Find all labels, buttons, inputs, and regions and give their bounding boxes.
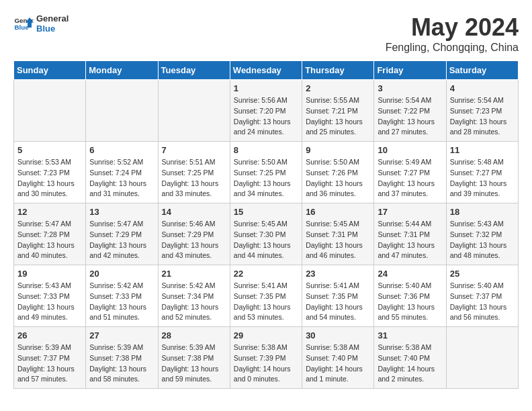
calendar-subtitle: Fengling, Chongqing, China xyxy=(386,42,519,54)
calendar-cell: 7Sunrise: 5:51 AMSunset: 7:25 PMDaylight… xyxy=(158,142,230,203)
day-number: 31 xyxy=(378,330,442,340)
logo-blue: Blue xyxy=(36,24,69,34)
day-number: 17 xyxy=(378,207,442,217)
day-number: 22 xyxy=(234,269,298,279)
day-number: 13 xyxy=(89,207,154,217)
day-detail: Sunrise: 5:47 AMSunset: 7:29 PMDaylight:… xyxy=(89,219,154,261)
col-monday: Monday xyxy=(86,61,158,80)
day-number: 28 xyxy=(162,330,226,340)
calendar-cell: 6Sunrise: 5:52 AMSunset: 7:24 PMDaylight… xyxy=(86,142,158,203)
calendar-cell xyxy=(14,80,86,142)
calendar-cell: 12Sunrise: 5:47 AMSunset: 7:28 PMDayligh… xyxy=(14,203,86,265)
calendar-cell: 10Sunrise: 5:49 AMSunset: 7:27 PMDayligh… xyxy=(374,142,446,203)
calendar-cell: 26Sunrise: 5:39 AMSunset: 7:37 PMDayligh… xyxy=(14,327,86,389)
day-number: 30 xyxy=(306,330,370,340)
col-tuesday: Tuesday xyxy=(158,61,230,80)
calendar-week-row: 19Sunrise: 5:43 AMSunset: 7:33 PMDayligh… xyxy=(14,265,519,327)
day-detail: Sunrise: 5:41 AMSunset: 7:35 PMDaylight:… xyxy=(234,281,298,323)
col-friday: Friday xyxy=(374,61,446,80)
day-number: 20 xyxy=(89,269,154,279)
day-detail: Sunrise: 5:56 AMSunset: 7:20 PMDaylight:… xyxy=(234,95,298,138)
day-detail: Sunrise: 5:54 AMSunset: 7:22 PMDaylight:… xyxy=(378,95,442,138)
day-detail: Sunrise: 5:55 AMSunset: 7:21 PMDaylight:… xyxy=(306,95,370,138)
calendar-cell: 27Sunrise: 5:39 AMSunset: 7:38 PMDayligh… xyxy=(86,327,158,389)
day-number: 8 xyxy=(234,145,298,155)
day-detail: Sunrise: 5:38 AMSunset: 7:39 PMDaylight:… xyxy=(234,342,298,385)
calendar-cell: 2Sunrise: 5:55 AMSunset: 7:21 PMDaylight… xyxy=(302,80,374,142)
col-saturday: Saturday xyxy=(446,61,518,80)
day-detail: Sunrise: 5:48 AMSunset: 7:27 PMDaylight:… xyxy=(450,157,515,199)
day-detail: Sunrise: 5:50 AMSunset: 7:26 PMDaylight:… xyxy=(306,157,370,199)
day-detail: Sunrise: 5:51 AMSunset: 7:25 PMDaylight:… xyxy=(162,157,226,199)
col-wednesday: Wednesday xyxy=(230,61,302,80)
day-number: 5 xyxy=(17,145,82,155)
day-number: 10 xyxy=(378,145,442,155)
day-detail: Sunrise: 5:52 AMSunset: 7:24 PMDaylight:… xyxy=(89,157,154,199)
calendar-cell: 17Sunrise: 5:44 AMSunset: 7:31 PMDayligh… xyxy=(374,203,446,265)
day-detail: Sunrise: 5:53 AMSunset: 7:23 PMDaylight:… xyxy=(17,157,82,199)
day-detail: Sunrise: 5:46 AMSunset: 7:29 PMDaylight:… xyxy=(162,219,226,261)
day-detail: Sunrise: 5:39 AMSunset: 7:38 PMDaylight:… xyxy=(162,342,226,385)
day-detail: Sunrise: 5:54 AMSunset: 7:23 PMDaylight:… xyxy=(450,95,515,138)
day-number: 11 xyxy=(450,145,515,155)
day-number: 25 xyxy=(450,269,515,279)
day-detail: Sunrise: 5:41 AMSunset: 7:35 PMDaylight:… xyxy=(306,281,370,323)
calendar-header-row: Sunday Monday Tuesday Wednesday Thursday… xyxy=(14,61,519,80)
calendar-cell: 21Sunrise: 5:42 AMSunset: 7:34 PMDayligh… xyxy=(158,265,230,327)
calendar-cell: 24Sunrise: 5:40 AMSunset: 7:36 PMDayligh… xyxy=(374,265,446,327)
logo-general: General xyxy=(36,13,69,24)
day-number: 3 xyxy=(378,83,442,93)
day-number: 9 xyxy=(306,145,370,155)
calendar-cell: 15Sunrise: 5:45 AMSunset: 7:30 PMDayligh… xyxy=(230,203,302,265)
day-number: 4 xyxy=(450,83,515,93)
svg-text:Blue: Blue xyxy=(15,24,30,31)
calendar-cell: 14Sunrise: 5:46 AMSunset: 7:29 PMDayligh… xyxy=(158,203,230,265)
day-detail: Sunrise: 5:43 AMSunset: 7:33 PMDaylight:… xyxy=(17,281,82,323)
day-number: 16 xyxy=(306,207,370,217)
day-number: 18 xyxy=(450,207,515,217)
calendar-cell: 3Sunrise: 5:54 AMSunset: 7:22 PMDaylight… xyxy=(374,80,446,142)
day-number: 29 xyxy=(234,330,298,340)
day-number: 14 xyxy=(162,207,226,217)
calendar-table: Sunday Monday Tuesday Wednesday Thursday… xyxy=(13,60,519,389)
day-number: 7 xyxy=(162,145,226,155)
calendar-cell: 18Sunrise: 5:43 AMSunset: 7:32 PMDayligh… xyxy=(446,203,518,265)
day-detail: Sunrise: 5:38 AMSunset: 7:40 PMDaylight:… xyxy=(378,342,442,385)
calendar-week-row: 1Sunrise: 5:56 AMSunset: 7:20 PMDaylight… xyxy=(14,80,519,142)
title-block: May 2024 Fengling, Chongqing, China xyxy=(386,13,519,54)
calendar-cell: 31Sunrise: 5:38 AMSunset: 7:40 PMDayligh… xyxy=(374,327,446,389)
day-number: 24 xyxy=(378,269,442,279)
calendar-cell: 25Sunrise: 5:40 AMSunset: 7:37 PMDayligh… xyxy=(446,265,518,327)
calendar-cell: 1Sunrise: 5:56 AMSunset: 7:20 PMDaylight… xyxy=(230,80,302,142)
day-detail: Sunrise: 5:42 AMSunset: 7:34 PMDaylight:… xyxy=(162,281,226,323)
day-number: 15 xyxy=(234,207,298,217)
day-number: 26 xyxy=(17,330,82,340)
day-detail: Sunrise: 5:50 AMSunset: 7:25 PMDaylight:… xyxy=(234,157,298,199)
day-detail: Sunrise: 5:45 AMSunset: 7:31 PMDaylight:… xyxy=(306,219,370,261)
day-detail: Sunrise: 5:49 AMSunset: 7:27 PMDaylight:… xyxy=(378,157,442,199)
col-thursday: Thursday xyxy=(302,61,374,80)
calendar-cell: 11Sunrise: 5:48 AMSunset: 7:27 PMDayligh… xyxy=(446,142,518,203)
calendar-cell: 16Sunrise: 5:45 AMSunset: 7:31 PMDayligh… xyxy=(302,203,374,265)
calendar-cell: 20Sunrise: 5:42 AMSunset: 7:33 PMDayligh… xyxy=(86,265,158,327)
calendar-cell: 8Sunrise: 5:50 AMSunset: 7:25 PMDaylight… xyxy=(230,142,302,203)
logo-icon: General Blue xyxy=(13,13,34,34)
calendar-week-row: 26Sunrise: 5:39 AMSunset: 7:37 PMDayligh… xyxy=(14,327,519,389)
day-detail: Sunrise: 5:45 AMSunset: 7:30 PMDaylight:… xyxy=(234,219,298,261)
day-number: 21 xyxy=(162,269,226,279)
calendar-week-row: 12Sunrise: 5:47 AMSunset: 7:28 PMDayligh… xyxy=(14,203,519,265)
calendar-title: May 2024 xyxy=(386,13,519,42)
calendar-cell xyxy=(446,327,518,389)
day-detail: Sunrise: 5:47 AMSunset: 7:28 PMDaylight:… xyxy=(17,219,82,261)
day-detail: Sunrise: 5:39 AMSunset: 7:37 PMDaylight:… xyxy=(17,342,82,385)
day-number: 19 xyxy=(17,269,82,279)
calendar-week-row: 5Sunrise: 5:53 AMSunset: 7:23 PMDaylight… xyxy=(14,142,519,203)
calendar-cell: 9Sunrise: 5:50 AMSunset: 7:26 PMDaylight… xyxy=(302,142,374,203)
calendar-cell: 4Sunrise: 5:54 AMSunset: 7:23 PMDaylight… xyxy=(446,80,518,142)
logo: General Blue General Blue xyxy=(13,13,69,34)
day-number: 2 xyxy=(306,83,370,93)
calendar-cell: 30Sunrise: 5:38 AMSunset: 7:40 PMDayligh… xyxy=(302,327,374,389)
day-number: 12 xyxy=(17,207,82,217)
day-detail: Sunrise: 5:38 AMSunset: 7:40 PMDaylight:… xyxy=(306,342,370,385)
day-number: 27 xyxy=(89,330,154,340)
